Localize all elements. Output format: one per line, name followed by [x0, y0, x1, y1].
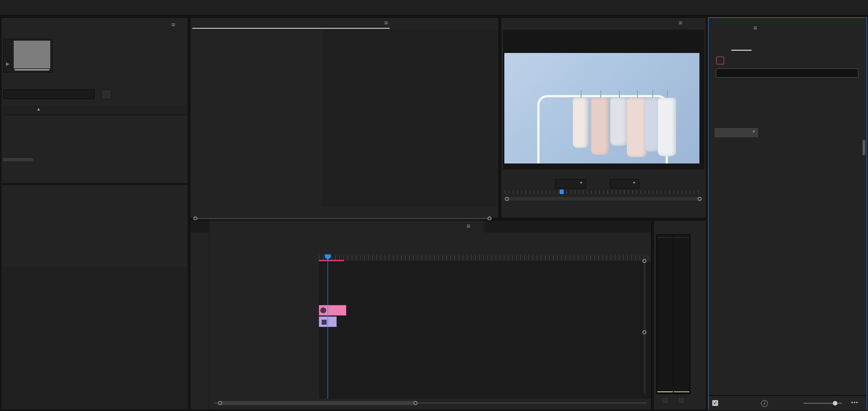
program-panel-menu-icon[interactable]: ≡ [678, 20, 682, 26]
timeline-active-tab[interactable]: ≡ [210, 221, 484, 232]
playback-resolution-select[interactable]: ▼ [610, 179, 639, 189]
timeline-tabbar: ≡ [191, 221, 651, 232]
mixer-hscrollbar-track[interactable] [197, 218, 488, 219]
empty-panel-area [2, 267, 187, 410]
project-panel-menu-icon[interactable]: ≡ [171, 21, 175, 28]
meter-bar-right [674, 238, 689, 391]
volume-slider-knob[interactable] [833, 401, 837, 406]
essential-sound-panel: ≡ ▼ ✓ i ••• [708, 17, 867, 410]
clothing-item [610, 98, 628, 146]
timeline-hscrollbar-thumb[interactable] [220, 401, 415, 405]
program-scrollbar-handle-left[interactable] [505, 197, 509, 201]
work-area-bar[interactable] [319, 260, 344, 261]
clip-fx-badge [320, 307, 326, 313]
info-icon[interactable]: i [761, 400, 768, 407]
active-tab-underline [192, 28, 390, 29]
premiere-pro-app: ≡ ▶ ▲ [0, 0, 868, 411]
preview-thumbnail [14, 41, 50, 68]
audio-meters-panel [653, 220, 706, 410]
clothing-item [658, 98, 676, 156]
project-search-input[interactable] [3, 90, 95, 99]
program-time-ruler[interactable] [505, 190, 702, 194]
results-scrollbar-thumb[interactable] [863, 140, 865, 155]
stock-results-list [709, 18, 867, 395]
program-stage [503, 30, 704, 169]
program-scrollbar[interactable] [507, 197, 700, 200]
meter-bar-left [657, 238, 673, 391]
find-in-bin-button[interactable] [101, 90, 111, 99]
hanger-hook [652, 90, 653, 98]
hanger-hook [667, 90, 668, 98]
program-monitor-panel: ≡ ▼ ▼ [501, 17, 706, 218]
program-playhead[interactable] [560, 190, 564, 194]
preview-scrollbar[interactable] [15, 69, 49, 70]
essential-sound-footer: ✓ i ••• [709, 395, 867, 411]
sort-ascending-icon[interactable]: ▲ [37, 107, 41, 111]
project-hscrollbar[interactable] [3, 158, 33, 161]
mixer-panel-menu-icon[interactable]: ≡ [384, 20, 388, 26]
divider [1, 183, 189, 185]
chevron-down-icon: ▼ [632, 181, 636, 185]
play-icon[interactable]: ▶ [6, 61, 10, 66]
timeline-toolbox [191, 232, 209, 410]
clip-fx-badge [322, 320, 327, 325]
project-preview: ▶ [3, 39, 53, 73]
meter-level-right [674, 391, 689, 392]
clothing-item [591, 98, 609, 155]
audio-clip-mixer-panel: ≡ [190, 17, 499, 218]
collapsed-panel-stack [1, 185, 188, 268]
titlebar [0, 0, 868, 16]
playhead-line[interactable] [328, 255, 328, 399]
solo-left-button[interactable] [661, 397, 669, 404]
hanger-hook [637, 90, 638, 98]
program-video-frame [504, 53, 699, 163]
timeline-content-background [319, 261, 651, 399]
project-toolbar [1, 169, 189, 181]
timeline-clip-kinetic[interactable] [319, 305, 346, 316]
timeline-panel: ≡ [190, 220, 651, 410]
timeline-panel-menu-icon[interactable]: ≡ [466, 223, 470, 229]
timeline-vscrollbar[interactable] [644, 257, 646, 394]
mixer-track-names [191, 207, 499, 216]
program-scrollbar-handle-right[interactable] [698, 197, 702, 201]
meter-header-right [674, 235, 689, 238]
time-ruler-labels [319, 244, 651, 252]
meter-header-left [657, 235, 673, 238]
timeline-vscrollbar-handle-bottom[interactable] [642, 330, 646, 334]
list-header: ▲ [3, 105, 187, 115]
transport-controls [501, 204, 707, 214]
footer-overflow-icon[interactable]: ••• [851, 400, 858, 406]
meter-well [656, 234, 690, 394]
zoom-level-select[interactable]: ▼ [555, 179, 586, 189]
overlay-summer [548, 66, 594, 111]
mixer-empty-area [323, 30, 498, 207]
meter-level-left [657, 391, 673, 392]
time-ruler[interactable] [319, 255, 651, 260]
timeline-hscrollbar-handle-left[interactable] [218, 401, 222, 405]
hanger-hook [619, 90, 620, 98]
hanger-hook [600, 90, 601, 98]
solo-right-button[interactable] [677, 397, 685, 404]
project-panel: ≡ ▶ ▲ [1, 17, 188, 410]
timeline-hscrollbar-handle-right[interactable] [413, 401, 418, 405]
timeline-sync-checkbox[interactable]: ✓ [712, 400, 718, 406]
timeline-vscrollbar-handle-top[interactable] [642, 259, 646, 263]
chevron-down-icon: ▼ [579, 181, 583, 185]
